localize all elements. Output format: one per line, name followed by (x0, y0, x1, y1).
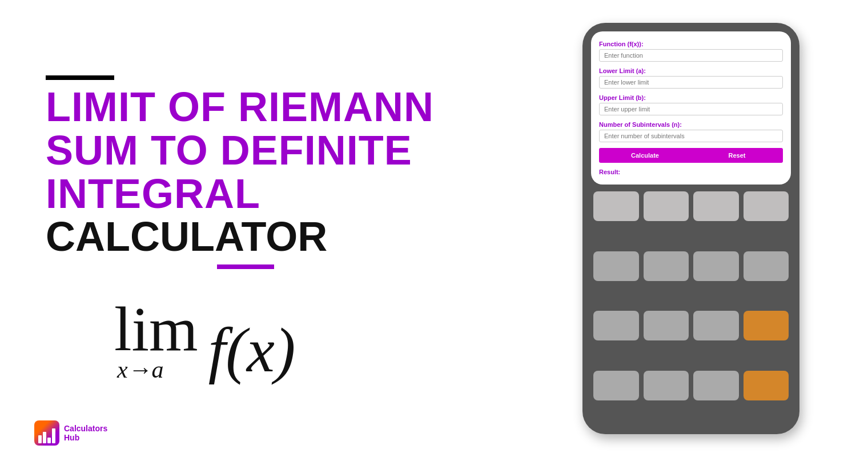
key-10[interactable] (644, 311, 689, 340)
title-line3: INTEGRAL (46, 173, 468, 216)
key-1[interactable] (593, 191, 639, 221)
lim-subscript: x→a (114, 358, 164, 382)
subintervals-label: Number of Subintervals (n): (599, 121, 783, 128)
key-8[interactable] (744, 251, 789, 281)
key-9[interactable] (593, 311, 639, 340)
key-3[interactable] (693, 191, 739, 221)
lim-block: lim x→a (114, 298, 198, 382)
left-section: LIMIT OF RIEMANN SUM TO DEFINITE INTEGRA… (0, 0, 514, 457)
upper-limit-label: Upper Limit (b): (599, 94, 783, 101)
key-2[interactable] (644, 191, 689, 221)
key-7[interactable] (693, 251, 739, 281)
purple-bar-decoration (217, 264, 274, 269)
calculator-screen: Function (f(x)): Lower Limit (a): Upper … (591, 31, 791, 185)
lower-limit-label: Lower Limit (a): (599, 67, 783, 74)
logo-icon (34, 420, 59, 446)
lim-text: lim (114, 298, 198, 360)
calculator-device: Function (f(x)): Lower Limit (a): Upper … (582, 23, 799, 434)
key-6[interactable] (644, 251, 689, 281)
subintervals-input[interactable] (599, 130, 783, 142)
logo-top: Calculators (64, 424, 107, 433)
right-section: Function (f(x)): Lower Limit (a): Upper … (514, 0, 868, 457)
logo-bar2 (43, 432, 46, 443)
key-13[interactable] (644, 371, 689, 400)
function-input[interactable] (599, 49, 783, 62)
key-11[interactable] (693, 311, 739, 340)
calculate-button[interactable]: Calculate (599, 148, 691, 163)
logo-bar4 (52, 428, 55, 443)
key-4[interactable] (744, 191, 789, 221)
upper-limit-input[interactable] (599, 103, 783, 115)
key-orange-2[interactable] (744, 371, 789, 400)
subintervals-field-group: Number of Subintervals (n): (599, 121, 783, 142)
logo-bar3 (47, 438, 51, 443)
key-12[interactable] (593, 371, 639, 400)
keypad (591, 191, 791, 426)
formula-fx: f(x) (208, 319, 296, 382)
function-field-group: Function (f(x)): (599, 41, 783, 62)
key-5[interactable] (593, 251, 639, 281)
logo-bar1 (38, 435, 42, 443)
upper-limit-field-group: Upper Limit (b): (599, 94, 783, 115)
title-line1: LIMIT OF RIEMANN (46, 86, 468, 129)
lower-limit-input[interactable] (599, 76, 783, 89)
black-bar-decoration (46, 75, 114, 80)
title-block: LIMIT OF RIEMANN SUM TO DEFINITE INTEGRA… (46, 75, 468, 268)
title-line2: SUM TO DEFINITE (46, 129, 468, 173)
formula-container: lim x→a f(x) (46, 298, 468, 382)
function-label: Function (f(x)): (599, 41, 783, 47)
logo-bottom: Hub (64, 433, 107, 442)
lower-limit-field-group: Lower Limit (a): (599, 67, 783, 89)
logo-area: Calculators Hub (34, 420, 107, 446)
title-line4: CALCULATOR (46, 215, 468, 259)
action-buttons: Calculate Reset (599, 148, 783, 163)
logo-text: Calculators Hub (64, 424, 107, 442)
key-orange-1[interactable] (744, 311, 789, 340)
result-label: Result: (599, 169, 783, 175)
reset-button[interactable]: Reset (691, 148, 783, 163)
key-14[interactable] (693, 371, 739, 400)
